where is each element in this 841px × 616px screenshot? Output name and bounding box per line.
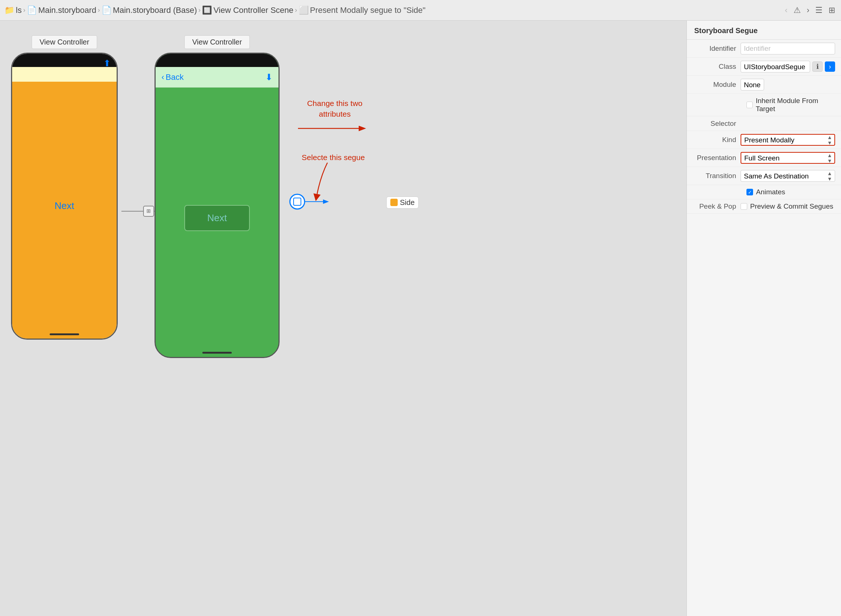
annotation-select: Selecte this segue: [302, 153, 365, 203]
vc2-download-icon[interactable]: ⬇: [265, 72, 273, 82]
selector-row: Selector: [687, 116, 841, 131]
breadcrumb-main-storyboard[interactable]: 📄 Main.storyboard: [27, 6, 97, 15]
main-layout: View Controller ⬆ Next: [0, 21, 841, 616]
warning-button[interactable]: ⚠: [792, 4, 802, 16]
breadcrumb-main-storyboard-base[interactable]: 📄 Main.storyboard (Base): [101, 6, 197, 15]
class-label: Class: [693, 63, 741, 70]
vc1-panel: View Controller ⬆ Next: [11, 35, 118, 340]
vc2-mockup: ‹ Back ⬇ Next: [154, 53, 280, 358]
inherit-module-row: Inherit Module From Target: [687, 94, 841, 116]
back-nav-button[interactable]: ‹: [783, 4, 789, 16]
breadcrumb-segue[interactable]: ⬜ Present Modally segue to "Side": [299, 6, 426, 15]
vc1-next-label: Next: [54, 200, 74, 211]
inherit-module-check-area: Inherit Module From Target: [746, 97, 835, 113]
module-select[interactable]: None: [741, 79, 764, 91]
annotation-arrow-svg: [298, 121, 372, 136]
animates-text: Animates: [756, 188, 785, 196]
module-row: Module None: [687, 76, 841, 94]
storyboard-icon: 📄: [27, 6, 37, 15]
vc2-notch-bar: [155, 54, 278, 67]
vc2-home-line: [202, 352, 232, 353]
breadcrumb-vc-scene[interactable]: 🔲 View Controller Scene: [202, 6, 293, 15]
vc1-home-line: [50, 333, 79, 335]
peek-pop-content: Preview & Commit Segues: [741, 202, 833, 210]
scene-icon: 🔲: [202, 6, 212, 15]
class-arrow-button[interactable]: ›: [825, 62, 835, 72]
selector-label: Selector: [693, 120, 741, 128]
inherit-module-checkbox[interactable]: [746, 101, 753, 108]
canvas-inner: View Controller ⬆ Next: [0, 21, 687, 616]
annotation-change: Change this twoattributes: [298, 98, 372, 136]
right-panel-title: Storyboard Segue: [687, 21, 841, 40]
vc1-home-bar: [12, 330, 117, 339]
vc2-next-button[interactable]: Next: [184, 205, 249, 231]
module-select-wrap: None: [741, 79, 835, 91]
presentation-row: Presentation Full Screen ▲ ▼: [687, 149, 841, 167]
class-info-button[interactable]: ℹ: [812, 62, 823, 72]
vc2-body: ‹ Back ⬇ Next: [155, 67, 278, 348]
vc1-share-icon[interactable]: ⬆: [103, 58, 111, 69]
kind-select-wrap: Present Modally ▲ ▼: [741, 134, 835, 146]
transition-row: Transition Same As Destination ▲ ▼: [687, 167, 841, 185]
vc2-back-button[interactable]: ‹ Back: [161, 72, 183, 82]
vc1-orange-body: Next: [12, 82, 117, 330]
presentation-select-wrap: Full Screen ▲ ▼: [741, 152, 835, 164]
vc1-nav-area: ⬆: [12, 67, 117, 82]
animates-check-area: Animates: [746, 188, 785, 196]
annotation-select-arrow-svg: [313, 163, 342, 203]
top-bar: 📁 ls › 📄 Main.storyboard › 📄 Main.storyb…: [0, 0, 841, 21]
kind-label: Kind: [693, 136, 741, 144]
identifier-label: Identifier: [693, 44, 741, 53]
side-badge-icon: [390, 199, 398, 206]
vc2-panel: View Controller ‹ Back ⬇: [154, 35, 280, 358]
identifier-row: Identifier: [687, 40, 841, 58]
presentation-select[interactable]: Full Screen: [741, 152, 835, 164]
presentation-label: Presentation: [693, 154, 741, 162]
inherit-module-text: Inherit Module From Target: [756, 97, 835, 113]
module-label: Module: [693, 81, 741, 89]
canvas-area: View Controller ⬆ Next: [0, 21, 687, 616]
svg-text:⊞: ⊞: [147, 208, 151, 214]
class-row: Class UIStoryboardSegue ℹ ›: [687, 58, 841, 76]
breadcrumb: 📁 ls › 📄 Main.storyboard › 📄 Main.storyb…: [4, 6, 781, 15]
vc1-notch: [42, 55, 86, 66]
kind-select[interactable]: Present Modally: [741, 134, 835, 146]
storyboard-base-icon: 📄: [101, 6, 111, 15]
segue-icon-crumb: ⬜: [299, 6, 309, 15]
chevron-left-icon: ‹: [161, 72, 164, 82]
peek-pop-checkbox[interactable]: [741, 203, 747, 210]
annotation-change-text: Change this twoattributes: [298, 98, 372, 120]
vc2-content: Next: [155, 88, 278, 348]
transition-select-wrap: Same As Destination ▲ ▼: [741, 170, 835, 182]
vc2-nav-bar: ‹ Back ⬇: [155, 67, 278, 88]
vc1-notch-bar: [12, 54, 117, 67]
menu-button[interactable]: ☰: [814, 4, 824, 16]
identifier-input[interactable]: [741, 43, 835, 54]
folder-icon: 📁: [4, 6, 14, 15]
peek-pop-text: Preview & Commit Segues: [750, 202, 833, 210]
forward-nav-button[interactable]: ›: [805, 4, 811, 16]
peek-pop-row: Peek & Pop Preview & Commit Segues: [687, 199, 841, 214]
class-select[interactable]: UIStoryboardSegue: [741, 61, 810, 72]
animates-checkbox[interactable]: [746, 189, 753, 195]
peek-pop-label: Peek & Pop: [693, 202, 741, 210]
top-bar-actions: ‹ ⚠ › ☰ ⊞: [783, 4, 837, 16]
vc1-mockup: ⬆ Next: [11, 53, 118, 340]
right-panel: Storyboard Segue Identifier Class UIStor…: [687, 21, 841, 616]
vc2-notch: [195, 55, 239, 66]
side-badge: Side: [386, 197, 419, 209]
kind-row: Kind Present Modally ▲ ▼: [687, 131, 841, 149]
vc2-home-bar: [155, 348, 278, 357]
class-input-row: UIStoryboardSegue ℹ ›: [741, 61, 835, 72]
animates-row: Animates: [687, 185, 841, 199]
expand-button[interactable]: ⊞: [827, 4, 837, 16]
transition-select[interactable]: Same As Destination: [741, 170, 835, 182]
annotation-select-text: Selecte this segue: [302, 153, 365, 162]
vc1-body: ⬆ Next: [12, 67, 117, 330]
vc1-label: View Controller: [32, 35, 97, 49]
transition-label: Transition: [693, 172, 741, 180]
vc2-label: View Controller: [184, 35, 249, 49]
breadcrumb-ls[interactable]: 📁 ls: [4, 6, 22, 15]
